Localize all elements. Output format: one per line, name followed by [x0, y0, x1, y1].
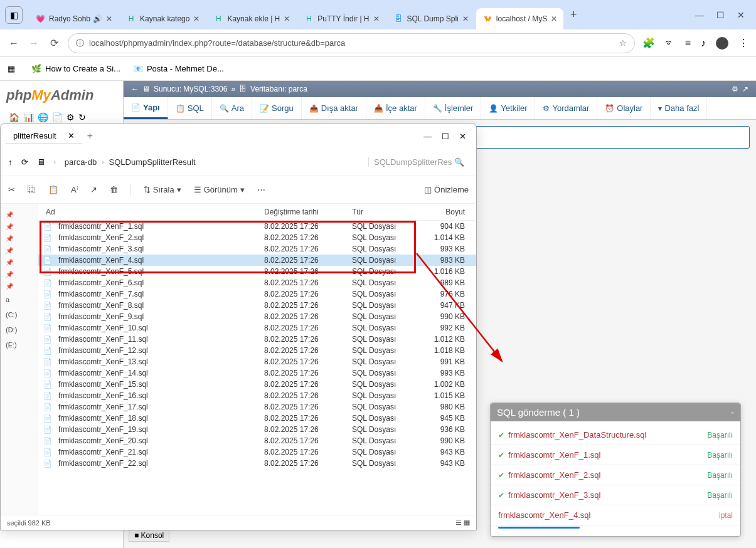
file-list-header[interactable]: Ad Değiştirme tarihi Tür Boyut [38, 204, 476, 221]
file-row[interactable]: 📄frmklascomtr_XenF_22.sql8.02.2025 17:26… [38, 458, 476, 469]
rename-icon[interactable]: Aⁱ [71, 185, 78, 194]
file-row[interactable]: 📄frmklascomtr_XenF_2.sql8.02.2025 17:26S… [38, 232, 476, 243]
pma-tab-yordamlar[interactable]: ⚙Yordamlar [535, 97, 597, 119]
window-maximize-icon[interactable]: ☐ [716, 10, 725, 20]
star-bookmark-icon[interactable]: ☆ [619, 38, 627, 48]
sql-panel-header[interactable]: SQL gönderme ( 1 ) - [491, 403, 740, 421]
bookmark-0[interactable]: ▦ [8, 64, 19, 73]
window-minimize-icon[interactable]: — [695, 10, 704, 20]
path-crumb-0[interactable]: parca-db [65, 157, 97, 167]
file-row[interactable]: 📄frmklascomtr_XenF_1.sql8.02.2025 17:26S… [38, 221, 476, 232]
upload-status[interactable]: iptal [719, 511, 733, 520]
bookmark-1[interactable]: 🌿How to Create a Si... [31, 64, 120, 73]
breadcrumb-server[interactable]: Sunucu: MySQL:3306 [154, 85, 227, 93]
file-row[interactable]: 📄frmklascomtr_XenF_21.sql8.02.2025 17:26… [38, 446, 476, 458]
delete-icon[interactable]: 🗑 [110, 185, 118, 194]
explorer-maximize-icon[interactable]: ☐ [442, 132, 449, 141]
close-tab-icon[interactable]: ✕ [68, 131, 75, 140]
browser-tab-1[interactable]: HKaynak katego✕ [120, 8, 206, 29]
sidebar-drive[interactable]: (C:) [3, 307, 35, 322]
file-row[interactable]: 📄frmklascomtr_XenF_16.sql8.02.2025 17:26… [38, 390, 476, 401]
browser-tab-2[interactable]: HKaynak ekle | H✕ [207, 8, 296, 29]
explorer-close-icon[interactable]: ✕ [459, 132, 466, 141]
close-icon[interactable]: ✕ [373, 14, 380, 23]
breadcrumb-db[interactable]: Veritabanı: parca [250, 85, 307, 93]
pma-tab-daha fazl[interactable]: ▾Daha fazl [651, 97, 707, 119]
bookmark-2[interactable]: 📧Posta - Mehmet De... [133, 64, 224, 73]
site-info-icon[interactable]: ⓘ [76, 38, 84, 49]
url-input[interactable]: ⓘ localhost/phpmyadmin/index.php?route=/… [68, 33, 635, 53]
window-close-icon[interactable]: ✕ [737, 10, 745, 20]
path-crumb-1[interactable]: SQLDumpSplitterResult [109, 157, 196, 167]
pma-tab-sorgu[interactable]: 📝Sorgu [252, 97, 302, 119]
copy-icon[interactable]: ⿻ [28, 185, 36, 194]
col-header-name[interactable]: Ad [43, 208, 264, 216]
file-row[interactable]: 📄frmklascomtr_XenF_19.sql8.02.2025 17:26… [38, 424, 476, 435]
file-row[interactable]: 📄frmklascomtr_XenF_14.sql8.02.2025 17:26… [38, 367, 476, 379]
profile-avatar[interactable] [716, 37, 728, 50]
close-icon[interactable]: ✕ [284, 14, 290, 23]
close-icon[interactable]: ✕ [193, 14, 200, 23]
pma-tab-dışa aktar[interactable]: 📤Dışa aktar [302, 97, 366, 119]
settings-gear-icon[interactable]: ⚙ [732, 85, 738, 93]
more-icon[interactable]: ⋯ [257, 185, 265, 194]
explorer-refresh-icon[interactable]: ⟳ [21, 157, 28, 167]
col-header-size[interactable]: Boyut [427, 208, 471, 216]
file-row[interactable]: 📄frmklascomtr_XenF_4.sql8.02.2025 17:26S… [38, 255, 476, 266]
preview-button[interactable]: ◫ Önizleme [424, 185, 469, 194]
file-row[interactable]: 📄frmklascomtr_XenF_17.sql8.02.2025 17:26… [38, 401, 476, 413]
pma-tab-i̇çe aktar[interactable]: 📥İçe aktar [366, 97, 425, 119]
pma-tab-yetkiler[interactable]: 👤Yetkiler [481, 97, 535, 119]
nav-forward-icon[interactable]: → [28, 38, 40, 49]
explorer-minimize-icon[interactable]: — [423, 132, 432, 141]
close-icon[interactable]: ✕ [551, 14, 557, 23]
file-row[interactable]: 📄frmklascomtr_XenF_11.sql8.02.2025 17:26… [38, 334, 476, 345]
pma-tab-yapı[interactable]: 📄Yapı [124, 97, 168, 119]
konsol-button[interactable]: ■ Konsol [129, 529, 169, 542]
explorer-tab[interactable]: plitterResult ✕ [6, 129, 82, 144]
close-icon[interactable]: ✕ [462, 14, 469, 23]
file-row[interactable]: 📄frmklascomtr_XenF_20.sql8.02.2025 17:26… [38, 435, 476, 446]
reading-list-icon[interactable]: ≡ [685, 38, 691, 49]
file-row[interactable]: 📄frmklascomtr_XenF_3.sql8.02.2025 17:26S… [38, 243, 476, 255]
share-icon[interactable]: ↗ [90, 185, 97, 194]
new-explorer-tab-icon[interactable]: + [87, 130, 93, 142]
new-tab-button[interactable]: + [565, 6, 582, 24]
extensions-icon[interactable]: 🧩 [642, 37, 655, 49]
sort-button[interactable]: ⇅ Sırala ▾ [144, 185, 181, 194]
explorer-pc-icon[interactable]: 🖥 [37, 157, 45, 167]
file-row[interactable]: 📄frmklascomtr_XenF_12.sql8.02.2025 17:26… [38, 345, 476, 356]
sidebar-drive[interactable]: a [3, 292, 35, 307]
pma-tab-i̇şlemler[interactable]: 🔧İşlemler [425, 97, 482, 119]
sql-panel-minimize-icon[interactable]: - [731, 407, 734, 418]
sidebar-drive[interactable]: (D:) [3, 322, 35, 337]
explorer-up-icon[interactable]: ↑ [8, 157, 13, 167]
file-row[interactable]: 📄frmklascomtr_XenF_10.sql8.02.2025 17:26… [38, 322, 476, 334]
pma-tab-sql[interactable]: 📋SQL [168, 97, 212, 119]
file-row[interactable]: 📄frmklascomtr_XenF_7.sql8.02.2025 17:26S… [38, 288, 476, 300]
media-control-icon[interactable]: ♪ [701, 38, 706, 49]
window-menu-icon[interactable]: ◧ [5, 6, 23, 24]
view-details-icon[interactable]: ☰ [455, 519, 462, 526]
sidebar-drive[interactable]: (E:) [3, 337, 35, 352]
view-button[interactable]: ☰ Görünüm ▾ [194, 185, 245, 194]
file-row[interactable]: 📄frmklascomtr_XenF_9.sql8.02.2025 17:26S… [38, 311, 476, 322]
file-row[interactable]: 📄frmklascomtr_XenF_6.sql8.02.2025 17:26S… [38, 277, 476, 288]
browser-tab-5[interactable]: 🐿localhost / MyS✕ [476, 8, 563, 29]
close-icon[interactable]: ✕ [106, 14, 112, 23]
pma-tab-olaylar[interactable]: ⏰Olaylar [597, 97, 651, 119]
nav-reload-icon[interactable]: ⟳ [48, 37, 60, 49]
nav-toggle-icon[interactable]: ← [131, 85, 139, 93]
file-row[interactable]: 📄frmklascomtr_XenF_18.sql8.02.2025 17:26… [38, 413, 476, 424]
pma-tab-ara[interactable]: 🔍Ara [212, 97, 252, 119]
file-row[interactable]: 📄frmklascomtr_XenF_8.sql8.02.2025 17:26S… [38, 300, 476, 311]
explorer-sidebar[interactable]: 📌📌📌📌📌📌📌 a(C:)(D:)(E:) [1, 204, 38, 515]
browser-tab-3[interactable]: HPuTTY İndir | H✕ [297, 8, 385, 29]
paste-icon[interactable]: 📋 [48, 185, 58, 194]
file-row[interactable]: 📄frmklascomtr_XenF_5.sql8.02.2025 17:26S… [38, 266, 476, 277]
nav-back-icon[interactable]: ← [8, 38, 20, 49]
col-header-type[interactable]: Tür [352, 208, 427, 216]
file-row[interactable]: 📄frmklascomtr_XenF_13.sql8.02.2025 17:26… [38, 356, 476, 367]
page-nav-icon[interactable]: ↗ [742, 85, 748, 93]
view-tiles-icon[interactable]: ▦ [464, 519, 470, 526]
